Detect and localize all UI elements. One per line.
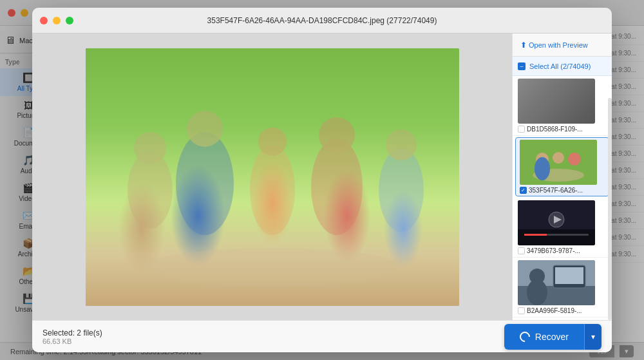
thumbnail-image xyxy=(518,79,595,124)
modal-minimize-button[interactable] xyxy=(53,17,61,24)
svg-rect-22 xyxy=(524,234,547,236)
list-item[interactable]: B2AA996F-5819-... xyxy=(513,258,612,317)
svg-rect-18 xyxy=(518,229,595,245)
svg-point-8 xyxy=(319,117,355,153)
thumb-scene xyxy=(520,140,597,185)
svg-rect-26 xyxy=(555,267,583,284)
preview-area xyxy=(32,33,512,320)
thumbnail-image xyxy=(520,140,597,185)
modal-overlay: 353F547F-6A26-46AA-94AA-DA198CFCD84C.jpe… xyxy=(0,0,644,360)
thumb-filename: B2AA996F-5819-... xyxy=(527,307,582,314)
svg-point-4 xyxy=(187,111,223,147)
thumb-filename: 353F547F-6A26-... xyxy=(529,187,583,194)
recover-dropdown-button[interactable]: ▾ xyxy=(584,324,601,350)
right-panel: ⬆ Open with Preview – Select All (2/7404… xyxy=(512,33,612,320)
thumb-scene xyxy=(518,260,595,305)
svg-point-3 xyxy=(176,132,234,235)
select-all-label: Select All (2/74049) xyxy=(529,62,591,70)
thumb-bg xyxy=(518,79,595,124)
modal-maximize-button[interactable] xyxy=(66,17,73,24)
thumb-checkbox[interactable] xyxy=(518,126,525,133)
svg-point-14 xyxy=(535,157,550,180)
svg-point-6 xyxy=(258,128,287,156)
thumbnails-list[interactable]: DB1D5868-F109-... xyxy=(513,76,612,320)
svg-point-28 xyxy=(527,279,547,305)
open-with-preview-button[interactable]: ⬆ Open with Preview xyxy=(518,39,591,51)
recover-button-group: Recover ▾ xyxy=(504,324,601,350)
thumb-bg xyxy=(520,140,597,185)
footer-info-block: Selected: 2 file(s) 66.63 KB xyxy=(43,328,102,345)
share-icon: ⬆ xyxy=(520,41,527,50)
right-panel-toolbar: ⬆ Open with Preview xyxy=(513,33,612,57)
modal-window: 353F547F-6A26-46AA-94AA-DA198CFCD84C.jpe… xyxy=(32,8,612,352)
modal-body: ⬆ Open with Preview – Select All (2/7404… xyxy=(32,33,612,320)
recover-button[interactable]: Recover xyxy=(504,324,584,350)
scrollbar[interactable] xyxy=(608,98,612,320)
modal-close-button[interactable] xyxy=(40,17,48,24)
svg-point-5 xyxy=(250,145,295,235)
modal-footer: Selected: 2 file(s) 66.63 KB Recover ▾ xyxy=(32,320,612,352)
thumb-checkbox[interactable] xyxy=(518,247,525,254)
svg-point-2 xyxy=(134,132,166,164)
list-item[interactable]: DB1D5868-F109-... xyxy=(513,76,612,136)
svg-point-0 xyxy=(144,248,401,287)
thumb-filename: DB1D5868-F109-... xyxy=(527,126,583,133)
open-with-preview-label: Open with Preview xyxy=(529,41,588,49)
thumb-scene xyxy=(518,200,595,245)
recover-label: Recover xyxy=(535,332,569,342)
select-all-checkbox[interactable]: – xyxy=(518,62,526,70)
modal-titlebar: 353F547F-6A26-46AA-94AA-DA198CFCD84C.jpe… xyxy=(32,8,612,33)
svg-point-9 xyxy=(379,148,424,232)
thumbnail-image xyxy=(518,200,595,245)
thumb-bg xyxy=(518,200,595,245)
thumb-filename: 3479B673-9787-... xyxy=(527,247,580,254)
svg-point-15 xyxy=(553,152,564,164)
chevron-down-icon: ▾ xyxy=(591,332,595,341)
list-item[interactable]: ✓ 353F547F-6A26-... xyxy=(515,137,609,196)
svg-point-10 xyxy=(386,129,417,160)
thumbnail-image xyxy=(518,260,595,305)
list-item[interactable]: 3479B673-9787-... xyxy=(513,198,612,258)
recover-refresh-icon xyxy=(518,329,533,344)
thumb-checkbox-checked[interactable]: ✓ xyxy=(520,187,527,194)
thumb-checkbox[interactable] xyxy=(518,307,525,314)
thumb-bg xyxy=(518,260,595,305)
svg-point-16 xyxy=(568,153,581,166)
select-all-row[interactable]: – Select All (2/74049) xyxy=(513,57,612,76)
selected-info: Selected: 2 file(s) xyxy=(43,328,102,337)
preview-image xyxy=(86,48,459,306)
modal-title: 353F547F-6A26-46AA-94AA-DA198CFCD84C.jpe… xyxy=(207,16,437,25)
size-info: 66.63 KB xyxy=(43,337,102,345)
people-overlay xyxy=(86,48,459,306)
